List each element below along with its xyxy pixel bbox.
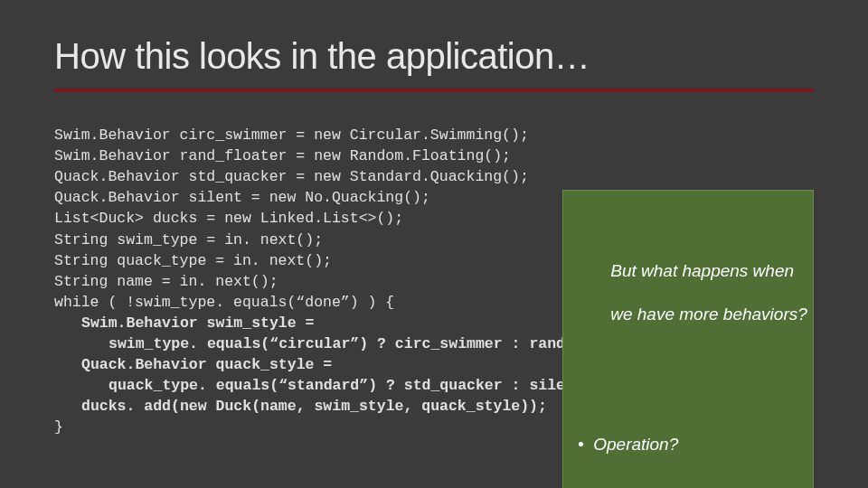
callout-box: But what happens when we have more behav… <box>562 190 814 488</box>
callout-text: But what happens when we have more behav… <box>572 239 804 347</box>
code-line: String swim_type = in. next(); <box>54 231 323 249</box>
code-block: Swim.Behavior circ_swimmer = new Circula… <box>54 104 814 488</box>
slide: How this looks in the application… Swim.… <box>0 0 868 488</box>
code-line: Swim.Behavior rand_floater = new Random.… <box>54 147 511 164</box>
code-line: } <box>54 418 63 436</box>
code-line: Quack.Behavior silent = new No.Quacking(… <box>54 189 430 206</box>
code-line: String name = in. next(); <box>54 273 278 290</box>
code-line: Swim.Behavior circ_swimmer = new Circula… <box>54 127 529 144</box>
code-line: List<Duck> ducks = new Linked.List<>(); <box>54 210 403 227</box>
code-line: Quack.Behavior std_quacker = new Standar… <box>54 168 529 185</box>
callout-line: we have more behaviors? <box>610 305 807 324</box>
page-title: How this looks in the application… <box>54 36 814 77</box>
callout-list: Operation? Class? <box>572 391 804 488</box>
code-line: String quack_type = in. next(); <box>54 252 332 269</box>
title-underline <box>54 88 814 91</box>
code-line: while ( !swim_type. equals(“done”) ) { <box>54 294 394 311</box>
callout-bullet: Operation? <box>578 434 804 455</box>
callout-line: But what happens when <box>610 261 794 280</box>
